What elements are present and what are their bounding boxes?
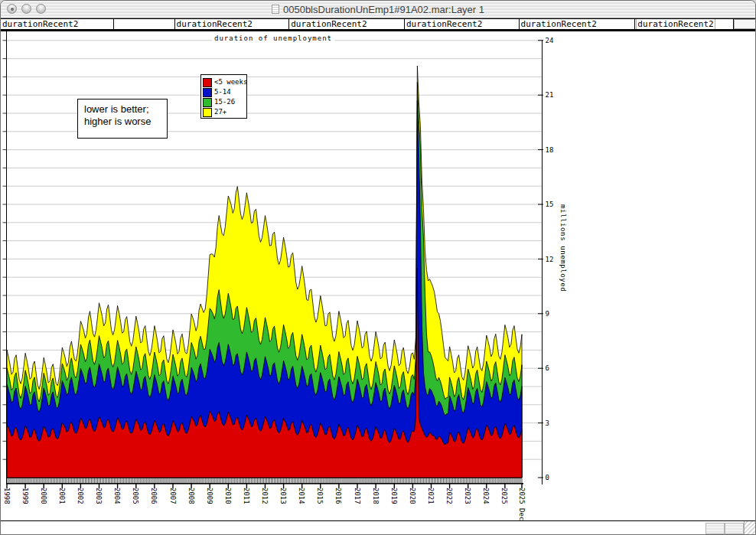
annotation-box[interactable]: lower is better; higher is worse [77,99,168,139]
legend-label-5-14: 5-14 [214,88,231,96]
svg-text:18: 18 [546,146,554,154]
svg-text:2007: 2007 [169,488,177,504]
chart-canvas[interactable]: 1998199920002001200220032004200520062007… [1,1,756,535]
svg-text:21: 21 [546,91,554,99]
legend-label-15-26: 15-26 [214,98,235,106]
bottom-bar [1,520,755,534]
svg-text:2017: 2017 [354,488,361,504]
field-cell-6-selected[interactable]: durationRecent2 [635,19,734,29]
close-button[interactable] [7,4,17,14]
legend-row: 15-26 [203,97,246,107]
svg-text:2008: 2008 [187,488,195,504]
legend-row: <5 weeks [203,77,246,87]
svg-text:2025 Dec: 2025 Dec [518,488,526,520]
scrollbar-track-piece[interactable] [725,523,744,534]
svg-text:2022: 2022 [445,488,453,504]
svg-text:1999: 1999 [21,488,29,504]
svg-text:2011: 2011 [243,488,250,504]
legend-swatch-5-14 [203,88,212,97]
field-cell-7[interactable] [734,19,755,29]
scrollbar-track-piece[interactable] [705,523,725,534]
svg-text:2018: 2018 [372,488,380,504]
svg-text:2013: 2013 [279,488,287,504]
legend-label-under5: <5 weeks [214,78,247,86]
svg-text:2015: 2015 [316,488,324,504]
svg-text:2025: 2025 [500,488,508,504]
resize-grip[interactable] [744,521,755,534]
annotation-line-1: lower is better; [84,103,167,116]
svg-text:6: 6 [546,364,549,372]
svg-text:2000: 2000 [40,488,47,504]
window-controls [7,4,46,14]
legend-box[interactable]: <5 weeks 5-14 15-26 27+ [200,74,247,119]
svg-text:1998: 1998 [3,488,11,504]
field-cell-5[interactable]: durationRecent2 [520,19,636,29]
svg-text:15: 15 [546,201,554,208]
svg-text:2009: 2009 [206,488,213,504]
window-title-group: 0050blsDurationUnEmp1#91A02.mar:Layer 1 [272,4,484,15]
svg-text:12: 12 [546,256,554,263]
document-icon [272,5,279,14]
app-window: 0050blsDurationUnEmp1#91A02.mar:Layer 1 … [0,0,756,535]
minimize-button[interactable] [21,4,31,14]
svg-text:2005: 2005 [132,488,139,504]
svg-text:2010: 2010 [224,488,232,504]
field-cell-0[interactable]: durationRecent2 [1,19,114,29]
field-cell-4[interactable]: durationRecent2 [405,19,520,29]
legend-row: 27+ [203,107,246,117]
legend-swatch-under5 [203,78,212,87]
svg-text:2020: 2020 [409,488,416,504]
svg-text:2006: 2006 [150,488,158,504]
svg-text:0: 0 [546,474,549,481]
svg-text:2003: 2003 [95,488,103,504]
content-top-rule [1,30,755,31]
duration-chart[interactable]: 1998199920002001200220032004200520062007… [1,1,756,535]
svg-text:2002: 2002 [77,488,84,504]
title-bar[interactable]: 0050blsDurationUnEmp1#91A02.mar:Layer 1 [1,1,755,18]
svg-text:3: 3 [546,419,549,427]
scrollbar-area [705,523,744,534]
svg-text:2012: 2012 [261,488,269,504]
svg-text:24: 24 [546,37,554,44]
zoom-button[interactable] [36,4,46,14]
svg-text:2019: 2019 [390,488,398,504]
svg-text:2004: 2004 [113,488,121,504]
legend-swatch-15-26 [203,98,212,107]
y-axis-label: millions unemployed [559,204,567,292]
field-cell-3[interactable]: durationRecent2 [289,19,405,29]
legend-row: 5-14 [203,87,246,97]
field-cell-2[interactable]: durationRecent2 [175,19,290,29]
chart-title[interactable]: duration of unemployment [212,34,334,43]
svg-text:9: 9 [546,310,549,318]
svg-text:2014: 2014 [298,488,305,504]
annotation-line-2: higher is worse [84,116,167,128]
unsaved-dot-icon [11,8,14,11]
legend-label-27plus: 27+ [214,108,226,116]
window-title: 0050blsDurationUnEmp1#91A02.mar:Layer 1 [283,4,484,15]
svg-text:2024: 2024 [482,488,490,504]
svg-text:2021: 2021 [427,488,435,504]
legend-swatch-27plus [203,108,212,117]
svg-text:2001: 2001 [58,488,66,504]
field-cell-1[interactable] [114,19,175,29]
svg-text:2016: 2016 [334,488,342,504]
field-row: durationRecent2 durationRecent2 duration… [1,18,755,30]
svg-text:2023: 2023 [464,488,471,504]
